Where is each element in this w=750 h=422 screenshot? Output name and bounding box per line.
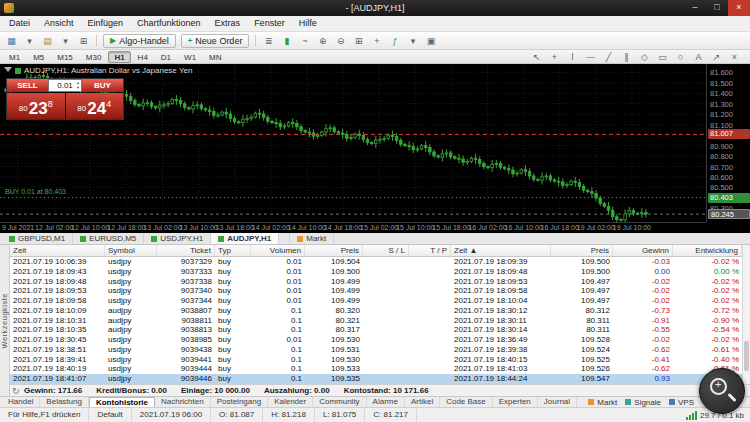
ellipse-icon[interactable]: ○ [672, 50, 689, 64]
bid-price-box[interactable]: 80238 [7, 93, 65, 119]
timeframe-mn[interactable]: MN [203, 51, 227, 63]
table-row[interactable]: 2021.07.19 18:40:19usdjpy9039444buy0.110… [10, 364, 742, 374]
crosshair-tool-icon[interactable]: + [546, 50, 563, 64]
new-chart-dropdown-icon[interactable]: ▾ [21, 34, 38, 48]
toolbox-tab-nachrichten[interactable]: Nachrichten [155, 397, 211, 407]
algo-trading-button[interactable]: ▶ Algo-Handel [103, 34, 176, 48]
column-header-11-entwicklung[interactable]: Entwicklung [673, 245, 742, 256]
profiles-icon[interactable]: ▤ [39, 34, 56, 48]
market-tab[interactable]: Markt [289, 233, 334, 244]
chart-area[interactable]: 81.60081.50081.40081.30081.20081.10081.0… [0, 64, 750, 233]
zoom-out-icon[interactable]: ⊖ [332, 34, 349, 48]
chart-tab-gbpusd-m1[interactable]: GBPUSD,M1 [2, 233, 73, 244]
magnifier-overlay-button[interactable]: + [699, 368, 745, 414]
table-scrollbar[interactable] [742, 245, 750, 384]
time-axis[interactable]: 9 Jul 202112 Jul 02:0012 Jul 10:0012 Jul… [0, 222, 706, 233]
menu-item-hilfe[interactable]: Hilfe [292, 16, 324, 31]
volume-spinner[interactable]: ▲▼ [76, 80, 80, 90]
timeframe-h4[interactable]: H4 [132, 51, 154, 63]
grid-icon[interactable]: ⊞ [350, 34, 367, 48]
table-row[interactable]: 2021.07.19 18:10:31audjpy9038811buy0.180… [10, 316, 742, 326]
signals-button[interactable]: Signale [625, 398, 661, 407]
channel-icon[interactable]: ∥ [618, 50, 635, 64]
profiles-dropdown-icon[interactable]: ▾ [57, 34, 74, 48]
trendline-icon[interactable]: ╱ [600, 50, 617, 64]
indicators-icon[interactable]: ƒ [386, 34, 403, 48]
timeframe-d1[interactable]: D1 [155, 51, 177, 63]
toolbox-tab-kalender[interactable]: Kalender [268, 397, 313, 407]
column-header-1-symbol[interactable]: Symbol [105, 245, 157, 256]
rectangle-icon[interactable]: ▭ [654, 50, 671, 64]
table-scrollbar-thumb[interactable] [744, 341, 749, 371]
cursor-icon[interactable]: ↖ [528, 50, 545, 64]
volume-input[interactable]: 0.01 ▲▼ [48, 79, 82, 92]
column-header-3-typ[interactable]: Typ [215, 245, 251, 256]
menu-item-fenster[interactable]: Fenster [247, 16, 292, 31]
table-row[interactable]: 2021.07.19 10:06:39usdjpy9037329buy0.011… [10, 257, 742, 267]
timeframe-h1[interactable]: H1 [108, 51, 130, 63]
menu-item-einf-gen[interactable]: Einfügen [81, 16, 131, 31]
table-row[interactable]: 2021.07.19 18:09:58usdjpy9037344buy0.011… [10, 296, 742, 306]
timeframe-m15[interactable]: M15 [51, 51, 79, 63]
toolbox-tab-community[interactable]: Community [313, 397, 366, 407]
toolbox-tab-artikel[interactable]: Artikel [405, 397, 440, 407]
crosshair-icon[interactable]: + [368, 34, 385, 48]
timeframe-m30[interactable]: M30 [80, 51, 108, 63]
toolbox-tab-experten[interactable]: Experten [493, 397, 538, 407]
vertical-line-icon[interactable]: ǀ [564, 50, 581, 64]
toolbox-tab-kontohistorie[interactable]: Kontohistorie [89, 397, 155, 407]
close-button[interactable]: × [728, 0, 750, 16]
timeframes-dropdown-icon[interactable]: ▣ [422, 34, 439, 48]
chart-tab-usdjpy-h1[interactable]: USDJPY,H1 [144, 233, 211, 244]
menu-item-chartfunktionen[interactable]: Chartfunktionen [130, 16, 208, 31]
minimize-button[interactable]: – [684, 0, 706, 16]
ask-price-box[interactable]: 80244 [66, 93, 124, 119]
toolbox-sidebar[interactable]: Werkzeugkiste [0, 245, 10, 396]
buy-button[interactable]: BUY [82, 79, 123, 92]
column-header-10-gewinn[interactable]: Gewinn [613, 245, 673, 256]
vps-button[interactable]: VPS [669, 398, 694, 407]
table-row[interactable]: 2021.07.19 18:09:48usdjpy9037338buy0.011… [10, 277, 742, 287]
maximize-button[interactable]: □ [706, 0, 728, 16]
new-order-button[interactable]: + Neue Order [181, 34, 250, 48]
column-header-6-s-l[interactable]: S / L [363, 245, 409, 256]
column-header-2-ticket[interactable]: Ticket [157, 245, 215, 256]
menu-item-extras[interactable]: Extras [208, 16, 248, 31]
price-axis[interactable]: 81.60081.50081.40081.30081.20081.10081.0… [706, 64, 750, 222]
bar-chart-icon[interactable]: ≣ [260, 34, 277, 48]
column-header-7-t-p[interactable]: T / P [409, 245, 451, 256]
table-row[interactable]: 2021.07.19 18:38:51usdjpy9039438buy0.110… [10, 345, 742, 355]
tile-windows-icon[interactable]: ⊞ [75, 34, 92, 48]
fibonacci-icon[interactable]: ◇ [636, 50, 653, 64]
summary-sync-icon[interactable]: ↻ [12, 386, 20, 396]
zoom-in-icon[interactable]: ⊕ [314, 34, 331, 48]
delete-objects-icon[interactable]: × [726, 50, 743, 64]
timeframe-m5[interactable]: M5 [27, 51, 50, 63]
column-header-5-preis[interactable]: Preis [305, 245, 363, 256]
toolbox-tab-handel[interactable]: Handel [2, 397, 40, 407]
toolbox-tab-journal[interactable]: Journal [538, 397, 577, 407]
table-row[interactable]: 2021.07.19 18:30:45usdjpy9038985buy0.011… [10, 335, 742, 345]
table-row[interactable]: 2021.07.19 18:10:09audjpy9038807buy0.180… [10, 306, 742, 316]
column-header-8-zeit[interactable]: Zeit ▲ [451, 245, 551, 256]
toolbox-tab-belastung[interactable]: Belastung [40, 397, 89, 407]
column-header-0-zeit[interactable]: Zeit [10, 245, 105, 256]
table-row[interactable]: 2021.07.19 18:39:41usdjpy9039441buy0.110… [10, 355, 742, 365]
menu-item-datei[interactable]: Datei [2, 16, 37, 31]
column-header-4-volumen[interactable]: Volumen [251, 245, 305, 256]
timeframe-m1[interactable]: M1 [3, 51, 26, 63]
sell-button[interactable]: SELL [7, 79, 48, 92]
arrow-icon[interactable]: ↗ [708, 50, 725, 64]
table-row[interactable]: 2021.07.19 18:09:43usdjpy9037333buy0.011… [10, 267, 742, 277]
timeframe-w1[interactable]: W1 [178, 51, 202, 63]
text-icon[interactable]: A [690, 50, 707, 64]
chart-tab-audjpy-h1[interactable]: AUDJPY,H1 [211, 233, 279, 244]
table-row[interactable]: 2021.07.19 18:09:53usdjpy9037340buy0.011… [10, 286, 742, 296]
horizontal-line-icon[interactable]: — [582, 50, 599, 64]
toolbox-tab-posteingang[interactable]: Posteingang [211, 397, 268, 407]
line-chart-icon[interactable]: ~ [296, 34, 313, 48]
status-profile[interactable]: Default [89, 408, 131, 422]
column-header-9-preis[interactable]: Preis [551, 245, 613, 256]
toolbox-tab-code-base[interactable]: Code Base [440, 397, 493, 407]
one-click-toggle-icon[interactable] [4, 67, 12, 72]
